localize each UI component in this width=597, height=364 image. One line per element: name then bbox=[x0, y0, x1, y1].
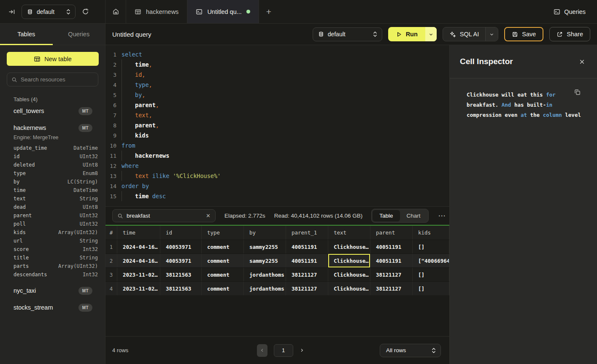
share-button[interactable]: Share bbox=[549, 27, 590, 41]
cell[interactable]: comment bbox=[202, 282, 244, 295]
cell[interactable]: comment bbox=[202, 254, 244, 267]
indent-guide bbox=[122, 130, 122, 140]
cell-inspector-title: Cell Inspector bbox=[460, 57, 513, 66]
cell[interactable]: 38121127 bbox=[370, 282, 413, 295]
column-header-kids[interactable]: kids bbox=[413, 226, 449, 240]
engine-badge: MT bbox=[78, 304, 92, 312]
column-header-time[interactable]: time bbox=[117, 226, 160, 240]
sql-ai-button[interactable]: SQL AI bbox=[443, 27, 498, 41]
column-header-rownum[interactable]: # bbox=[105, 226, 117, 240]
row-number[interactable]: 3 bbox=[105, 268, 117, 281]
sidebar-tab-queries[interactable]: Queries bbox=[53, 24, 105, 45]
editor-line: 5by, bbox=[105, 90, 449, 100]
column-name: by bbox=[14, 179, 19, 185]
column-header-parent_1[interactable]: parent_1 bbox=[286, 226, 328, 240]
page-size-selector[interactable]: All rows bbox=[380, 344, 441, 357]
previous-page-button[interactable] bbox=[257, 344, 267, 357]
queries-menu-button[interactable]: Queries bbox=[554, 0, 597, 23]
search-icon bbox=[11, 77, 17, 83]
next-page-button[interactable] bbox=[300, 348, 304, 353]
schema-column: partsArray(UInt32) bbox=[14, 262, 98, 270]
sidebar-tab-tables[interactable]: Tables bbox=[0, 24, 53, 45]
run-label: Run bbox=[406, 31, 418, 38]
cell[interactable]: jordanthoms bbox=[244, 268, 286, 281]
column-header-by[interactable]: by bbox=[244, 226, 286, 240]
run-button-main[interactable]: Run bbox=[388, 27, 425, 41]
query-toolbar: Untitled query default bbox=[105, 24, 597, 45]
cell[interactable]: 38121127 bbox=[286, 282, 328, 295]
column-header-type[interactable]: type bbox=[202, 226, 244, 240]
cell[interactable]: comment bbox=[202, 240, 244, 253]
view-toggle-chart[interactable]: Chart bbox=[400, 210, 427, 221]
toolbar-database-selector[interactable]: default bbox=[313, 27, 382, 41]
sidebar-search[interactable] bbox=[7, 73, 98, 86]
cell[interactable]: comment bbox=[202, 268, 244, 281]
results-footer: 4 rows All rows bbox=[105, 336, 449, 364]
cell[interactable]: Clickhouse… bbox=[328, 268, 370, 281]
sidebar-table-cell_towers[interactable]: cell_towersMT bbox=[14, 102, 92, 119]
cell-value-line: breakfast. And has built-in bbox=[467, 100, 582, 110]
cell[interactable]: 40051191 bbox=[370, 240, 413, 253]
collapse-sidebar-button[interactable] bbox=[8, 8, 15, 15]
cell[interactable]: 40051191 bbox=[286, 240, 328, 253]
sql-ai-options-button[interactable] bbox=[485, 27, 498, 41]
clear-search-button[interactable]: ✕ bbox=[206, 213, 211, 219]
cell[interactable]: [] bbox=[413, 240, 449, 253]
cell[interactable]: 40053971 bbox=[160, 254, 202, 267]
more-options-button[interactable]: ⋯ bbox=[438, 211, 447, 220]
cell[interactable]: Clickhouse… bbox=[328, 254, 370, 267]
row-number[interactable]: 4 bbox=[105, 282, 117, 295]
sql-editor[interactable]: 1select2time,3id,4type,5by,6parent,7text… bbox=[105, 45, 449, 207]
view-toggle-table[interactable]: Table bbox=[373, 210, 400, 221]
cell[interactable]: [] bbox=[413, 268, 449, 281]
sidebar-table-hackernews[interactable]: hackernewsMT bbox=[14, 119, 92, 136]
column-header-id[interactable]: id bbox=[160, 226, 202, 240]
cell[interactable]: 40051191 bbox=[370, 254, 413, 267]
sidebar-table-stocks_stream[interactable]: stocks_streamMT bbox=[14, 299, 92, 316]
cell[interactable]: 38121563 bbox=[160, 268, 202, 281]
sql-ai-main[interactable]: SQL AI bbox=[443, 27, 485, 41]
tab-untitled-query[interactable]: Untitled qu... bbox=[187, 0, 259, 23]
cell[interactable]: 2024-04-16… bbox=[117, 254, 160, 267]
new-table-button[interactable]: New table bbox=[7, 52, 99, 66]
save-button[interactable]: Save bbox=[504, 27, 543, 41]
column-header-parent[interactable]: parent bbox=[370, 226, 413, 240]
refresh-button[interactable] bbox=[82, 8, 89, 15]
topbar-database-selector[interactable]: default bbox=[22, 5, 76, 19]
new-tab-button[interactable]: + bbox=[259, 0, 278, 23]
cell[interactable]: sammy2255 bbox=[244, 240, 286, 253]
cell[interactable]: 2024-04-16… bbox=[117, 240, 160, 253]
cell[interactable]: Clickhouse… bbox=[328, 240, 370, 253]
tab-hackernews[interactable]: hackernews bbox=[126, 0, 187, 23]
cell[interactable]: ["40066964… bbox=[413, 254, 449, 267]
column-name: type bbox=[14, 170, 26, 176]
cell[interactable]: 40051191 bbox=[286, 254, 328, 267]
engine-badge: MT bbox=[78, 124, 92, 132]
row-number[interactable]: 2 bbox=[105, 254, 117, 267]
cell[interactable]: jordanthoms bbox=[244, 282, 286, 295]
queries-menu-label: Queries bbox=[564, 8, 586, 15]
row-number[interactable]: 1 bbox=[105, 240, 117, 253]
cell[interactable]: [] bbox=[413, 282, 449, 295]
cell[interactable]: 38121563 bbox=[160, 282, 202, 295]
cell[interactable]: 38121127 bbox=[286, 268, 328, 281]
page-number-input[interactable] bbox=[274, 344, 293, 357]
cell-value-line: Clickhouse will eat this for bbox=[467, 90, 582, 100]
cell[interactable]: 2023-11-02… bbox=[117, 268, 160, 281]
home-tab[interactable] bbox=[105, 0, 126, 23]
results-search-input[interactable] bbox=[127, 213, 203, 219]
copy-cell-button[interactable] bbox=[574, 89, 581, 96]
run-options-button[interactable] bbox=[425, 27, 437, 41]
run-button[interactable]: Run bbox=[388, 27, 437, 41]
sidebar-search-input[interactable] bbox=[21, 76, 94, 83]
cell[interactable]: 38121127 bbox=[370, 268, 413, 281]
column-header-text[interactable]: text bbox=[328, 226, 370, 240]
sidebar-table-nyc_taxi[interactable]: nyc_taxiMT bbox=[14, 282, 92, 299]
elapsed-stat: Elapsed: 2.772s bbox=[224, 213, 265, 219]
results-search[interactable]: ✕ bbox=[112, 209, 216, 222]
cell[interactable]: Clickhouse… bbox=[328, 282, 370, 295]
close-inspector-button[interactable] bbox=[579, 59, 585, 65]
cell[interactable]: 40053971 bbox=[160, 240, 202, 253]
cell[interactable]: sammy2255 bbox=[244, 254, 286, 267]
cell[interactable]: 2023-11-02… bbox=[117, 282, 160, 295]
